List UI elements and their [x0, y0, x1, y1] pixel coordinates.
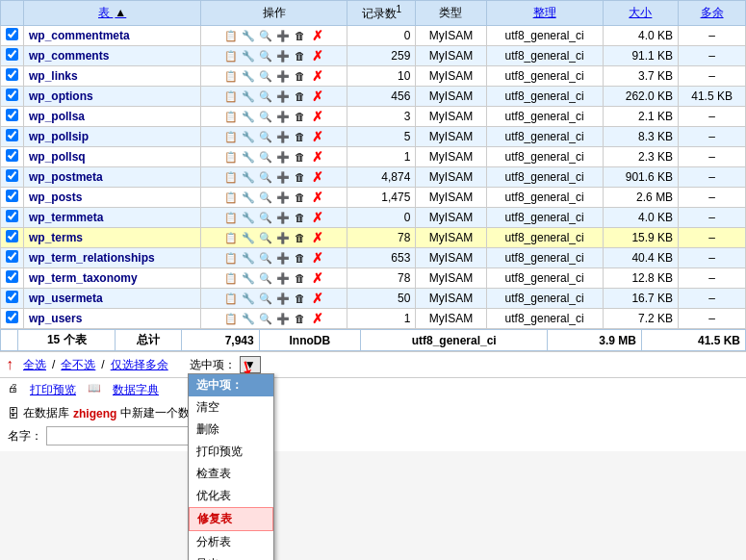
- insert-icon[interactable]: ➕: [275, 270, 291, 286]
- drop-icon[interactable]: ✗: [310, 109, 325, 124]
- browse-icon[interactable]: 📋: [223, 230, 239, 245]
- row-checkbox[interactable]: [6, 250, 18, 263]
- drop-icon[interactable]: ✗: [310, 28, 325, 43]
- drop-icon[interactable]: ✗: [310, 169, 325, 185]
- insert-icon[interactable]: ➕: [275, 89, 291, 104]
- browse-icon[interactable]: 📋: [223, 89, 239, 104]
- row-checkbox[interactable]: [6, 68, 18, 81]
- search-icon[interactable]: 🔍: [258, 48, 273, 64]
- row-name[interactable]: wp_term_relationships: [24, 248, 201, 268]
- row-name[interactable]: wp_links: [24, 66, 201, 87]
- search-icon[interactable]: 🔍: [258, 291, 273, 306]
- search-icon[interactable]: 🔍: [258, 210, 273, 225]
- row-checkbox[interactable]: [6, 291, 18, 303]
- structure-icon[interactable]: 🔧: [241, 250, 256, 266]
- structure-icon[interactable]: 🔧: [241, 89, 256, 104]
- row-checkbox[interactable]: [6, 109, 18, 121]
- drop-icon[interactable]: ✗: [310, 210, 325, 225]
- empty-icon[interactable]: 🗑: [293, 311, 308, 326]
- row-checkbox[interactable]: [6, 48, 18, 61]
- menu-item-repair[interactable]: 修复表: [189, 507, 273, 531]
- row-checkbox[interactable]: [6, 311, 18, 323]
- print-preview-link[interactable]: 打印预览: [30, 382, 76, 398]
- row-name[interactable]: wp_posts: [24, 188, 201, 208]
- structure-icon[interactable]: 🔧: [241, 230, 256, 245]
- menu-item-print-preview[interactable]: 打印预览: [189, 441, 273, 463]
- row-checkbox[interactable]: [6, 149, 18, 162]
- row-name[interactable]: wp_users: [24, 309, 201, 329]
- insert-icon[interactable]: ➕: [275, 109, 291, 124]
- empty-icon[interactable]: 🗑: [293, 109, 308, 124]
- insert-icon[interactable]: ➕: [275, 149, 291, 165]
- row-name[interactable]: wp_usermeta: [24, 289, 201, 309]
- browse-icon[interactable]: 📋: [223, 190, 239, 205]
- browse-icon[interactable]: 📋: [223, 28, 239, 43]
- browse-icon[interactable]: 📋: [223, 169, 239, 185]
- search-icon[interactable]: 🔍: [258, 129, 273, 144]
- drop-icon[interactable]: ✗: [310, 291, 325, 306]
- col-table-header[interactable]: 表 ▲: [24, 1, 201, 26]
- select-action-btn[interactable]: ▼: [240, 356, 261, 373]
- empty-icon[interactable]: 🗑: [293, 149, 308, 165]
- row-name[interactable]: wp_termmeta: [24, 208, 201, 228]
- drop-icon[interactable]: ✗: [310, 250, 325, 266]
- select-overhead-button[interactable]: 仅选择多余: [111, 357, 168, 373]
- structure-icon[interactable]: 🔧: [241, 48, 256, 64]
- browse-icon[interactable]: 📋: [223, 250, 239, 266]
- drop-icon[interactable]: ✗: [310, 89, 325, 104]
- insert-icon[interactable]: ➕: [275, 28, 291, 43]
- drop-icon[interactable]: ✗: [310, 230, 325, 245]
- insert-icon[interactable]: ➕: [275, 210, 291, 225]
- search-icon[interactable]: 🔍: [258, 169, 273, 185]
- insert-icon[interactable]: ➕: [275, 311, 291, 326]
- search-icon[interactable]: 🔍: [258, 28, 273, 43]
- row-name[interactable]: wp_options: [24, 87, 201, 107]
- structure-icon[interactable]: 🔧: [241, 109, 256, 124]
- row-checkbox[interactable]: [6, 169, 18, 182]
- menu-item-analyze[interactable]: 分析表: [189, 531, 273, 553]
- browse-icon[interactable]: 📋: [223, 291, 239, 306]
- search-icon[interactable]: 🔍: [258, 270, 273, 286]
- search-icon[interactable]: 🔍: [258, 311, 273, 326]
- row-name[interactable]: wp_pollsa: [24, 107, 201, 127]
- row-name[interactable]: wp_terms: [24, 228, 201, 248]
- drop-icon[interactable]: ✗: [310, 311, 325, 326]
- search-icon[interactable]: 🔍: [258, 149, 273, 165]
- structure-icon[interactable]: 🔧: [241, 311, 256, 326]
- select-all-button[interactable]: 全选: [23, 357, 46, 373]
- col-overhead-header[interactable]: 多余: [679, 1, 746, 26]
- empty-icon[interactable]: 🗑: [293, 68, 308, 84]
- empty-icon[interactable]: 🗑: [293, 89, 308, 104]
- db-name-link[interactable]: zhigeng: [73, 407, 116, 420]
- col-collation-header[interactable]: 整理: [486, 1, 603, 26]
- insert-icon[interactable]: ➕: [275, 129, 291, 144]
- drop-icon[interactable]: ✗: [310, 48, 325, 64]
- browse-icon[interactable]: 📋: [223, 210, 239, 225]
- empty-icon[interactable]: 🗑: [293, 48, 308, 64]
- structure-icon[interactable]: 🔧: [241, 129, 256, 144]
- row-name[interactable]: wp_term_taxonomy: [24, 268, 201, 289]
- row-name[interactable]: wp_postmeta: [24, 167, 201, 188]
- structure-icon[interactable]: 🔧: [241, 291, 256, 306]
- structure-icon[interactable]: 🔧: [241, 210, 256, 225]
- drop-icon[interactable]: ✗: [310, 129, 325, 144]
- structure-icon[interactable]: 🔧: [241, 270, 256, 286]
- menu-item-check[interactable]: 检查表: [189, 463, 273, 485]
- empty-icon[interactable]: 🗑: [293, 129, 308, 144]
- row-checkbox[interactable]: [6, 129, 18, 141]
- drop-icon[interactable]: ✗: [310, 149, 325, 165]
- browse-icon[interactable]: 📋: [223, 149, 239, 165]
- browse-icon[interactable]: 📋: [223, 109, 239, 124]
- row-name[interactable]: wp_comments: [24, 46, 201, 66]
- row-checkbox[interactable]: [6, 230, 18, 242]
- empty-icon[interactable]: 🗑: [293, 169, 308, 185]
- empty-icon[interactable]: 🗑: [293, 190, 308, 205]
- browse-icon[interactable]: 📋: [223, 270, 239, 286]
- structure-icon[interactable]: 🔧: [241, 169, 256, 185]
- search-icon[interactable]: 🔍: [258, 230, 273, 245]
- insert-icon[interactable]: ➕: [275, 68, 291, 84]
- structure-icon[interactable]: 🔧: [241, 149, 256, 165]
- browse-icon[interactable]: 📋: [223, 311, 239, 326]
- empty-icon[interactable]: 🗑: [293, 230, 308, 245]
- drop-icon[interactable]: ✗: [310, 270, 325, 286]
